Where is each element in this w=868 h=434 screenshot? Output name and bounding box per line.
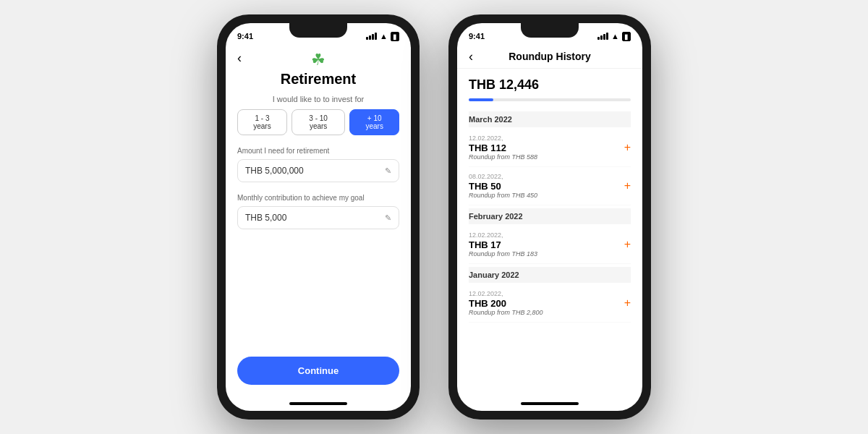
home-bar xyxy=(289,402,347,405)
notch-2 xyxy=(521,23,579,38)
status-icons: ▲ ▮ xyxy=(366,32,399,41)
history-date: 12.02.2022, xyxy=(469,231,537,239)
month-header-1: February 2022 xyxy=(469,208,631,224)
invest-section: I would like to to invest for 1 - 3 year… xyxy=(237,95,399,135)
history-amount: THB 17 xyxy=(469,239,537,250)
history-date: 08.02.2022, xyxy=(469,173,537,180)
clover-icon: ☘ xyxy=(311,51,326,69)
total-amount: THB 12,446 xyxy=(469,77,631,93)
month-header-2: January 2022 xyxy=(469,267,631,283)
wifi-icon-2: ▲ xyxy=(611,32,619,41)
history-date: 12.02.2022, xyxy=(469,135,537,142)
monthly-contribution-field: Monthly contribution to achieve my goal … xyxy=(237,194,399,229)
retirement-body: I would like to to invest for 1 - 3 year… xyxy=(226,95,411,345)
history-amount: THB 200 xyxy=(469,298,543,309)
retirement-title: Retirement xyxy=(281,71,356,88)
history-item: 12.02.2022,THB 17Roundup from THB 183+ xyxy=(469,226,631,264)
history-left: 12.02.2022,THB 200Roundup from THB 2,800 xyxy=(469,290,543,316)
months-container: March 202212.02.2022,THB 112Roundup from… xyxy=(469,111,631,326)
history-item: 12.02.2022,THB 200Roundup from THB 2,800… xyxy=(469,284,631,323)
history-desc: Roundup from THB 183 xyxy=(469,250,537,258)
edit-icon-contribution[interactable]: ✎ xyxy=(385,213,391,223)
month-section-0: March 202212.02.2022,THB 112Roundup from… xyxy=(469,111,631,205)
progress-bar xyxy=(469,98,631,101)
retirement-amount-label: Amount I need for retirement xyxy=(237,147,399,155)
edit-icon-amount[interactable]: ✎ xyxy=(385,166,391,176)
roundup-title: Roundup History xyxy=(469,51,631,62)
history-desc: Roundup from THB 588 xyxy=(469,153,537,161)
continue-button[interactable]: Continue xyxy=(237,357,399,385)
history-amount: THB 50 xyxy=(469,181,537,192)
invest-label: I would like to to invest for xyxy=(237,95,399,103)
history-left: 08.02.2022,THB 50Roundup from THB 450 xyxy=(469,173,537,199)
monthly-contribution-label: Monthly contribution to achieve my goal xyxy=(237,194,399,202)
invest-btn-10plus[interactable]: + 10 years xyxy=(349,109,399,135)
history-plus-icon[interactable]: + xyxy=(624,238,631,251)
month-header-0: March 2022 xyxy=(469,111,631,127)
retirement-amount-field: Amount I need for retirement THB 5,000,0… xyxy=(237,147,399,182)
back-button[interactable]: ‹ xyxy=(237,51,242,66)
home-indicator-2 xyxy=(457,396,642,411)
battery-icon: ▮ xyxy=(391,32,399,41)
time: 9:41 xyxy=(237,32,253,41)
battery-icon-2: ▮ xyxy=(622,32,631,41)
roundup-screen: ‹ Roundup History THB 12,446 March 20221… xyxy=(457,45,642,411)
history-date: 12.02.2022, xyxy=(469,290,543,297)
history-plus-icon[interactable]: + xyxy=(624,179,631,192)
roundup-header: ‹ Roundup History xyxy=(457,45,642,69)
invest-buttons: 1 - 3 years 3 - 10 years + 10 years xyxy=(237,109,399,135)
history-item: 12.02.2022,THB 112Roundup from THB 588+ xyxy=(469,129,631,167)
notch xyxy=(289,23,347,38)
history-plus-icon[interactable]: + xyxy=(624,297,631,310)
history-amount: THB 112 xyxy=(469,142,537,153)
scene: 9:41 ▲ ▮ ‹ ☘ Retir xyxy=(217,14,651,420)
phone-retirement: 9:41 ▲ ▮ ‹ ☘ Retir xyxy=(217,14,420,420)
wifi-icon: ▲ xyxy=(380,32,388,41)
retirement-screen: ‹ ☘ Retirement I would like to to invest… xyxy=(226,45,411,411)
phone-inner: 9:41 ▲ ▮ ‹ ☘ Retir xyxy=(226,23,411,411)
home-bar-2 xyxy=(521,402,579,405)
retirement-header: ‹ ☘ Retirement xyxy=(226,45,411,95)
invest-btn-1-3[interactable]: 1 - 3 years xyxy=(237,109,287,135)
signal-icon xyxy=(366,33,377,40)
history-left: 12.02.2022,THB 17Roundup from THB 183 xyxy=(469,231,537,258)
history-desc: Roundup from THB 450 xyxy=(469,192,537,199)
monthly-contribution-input[interactable]: THB 5,000 ✎ xyxy=(237,206,399,229)
status-icons-2: ▲ ▮ xyxy=(597,32,631,41)
phone-roundup: 9:41 ▲ ▮ ‹ Roundup History xyxy=(448,14,651,420)
signal-icon-2 xyxy=(597,33,608,40)
roundup-content: THB 12,446 March 202212.02.2022,THB 112R… xyxy=(457,69,642,396)
home-indicator xyxy=(226,396,411,411)
history-item: 08.02.2022,THB 50Roundup from THB 450+ xyxy=(469,167,631,205)
history-left: 12.02.2022,THB 112Roundup from THB 588 xyxy=(469,135,537,161)
phone-inner-2: 9:41 ▲ ▮ ‹ Roundup History xyxy=(457,23,642,411)
invest-btn-3-10[interactable]: 3 - 10 years xyxy=(292,109,345,135)
retirement-footer: Continue xyxy=(226,345,411,396)
history-desc: Roundup from THB 2,800 xyxy=(469,309,543,316)
progress-bar-fill xyxy=(469,98,493,101)
history-plus-icon[interactable]: + xyxy=(624,141,631,154)
month-section-2: January 202212.02.2022,THB 200Roundup fr… xyxy=(469,267,631,323)
retirement-amount-value: THB 5,000,000 xyxy=(245,166,304,176)
time-2: 9:41 xyxy=(469,32,485,41)
monthly-contribution-value: THB 5,000 xyxy=(245,213,286,223)
month-section-1: February 202212.02.2022,THB 17Roundup fr… xyxy=(469,208,631,264)
retirement-amount-input[interactable]: THB 5,000,000 ✎ xyxy=(237,159,399,182)
roundup-back-button[interactable]: ‹ xyxy=(469,49,473,64)
